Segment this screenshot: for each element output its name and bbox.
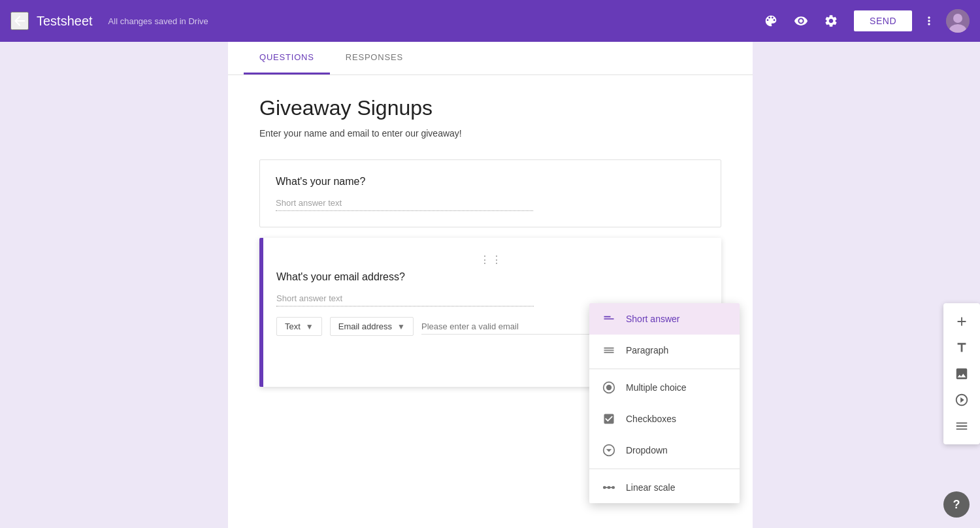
linear-scale-icon [602, 481, 615, 494]
palette-button[interactable] [759, 8, 783, 33]
question-1-placeholder: Short answer text [276, 198, 533, 211]
question-2-placeholder: Short answer text [276, 293, 534, 306]
menu-item-short-answer[interactable]: Short answer [589, 303, 740, 335]
validation-subtype-label: Email address [338, 322, 392, 331]
menu-item-linear-scale-label: Linear scale [626, 482, 676, 493]
app-header: Testsheet All changes saved in Drive SEN… [0, 0, 980, 42]
short-answer-icon [602, 312, 615, 325]
menu-item-paragraph[interactable]: Paragraph [589, 335, 740, 366]
menu-item-multiple-choice-label: Multiple choice [626, 382, 687, 393]
menu-divider-1 [589, 369, 740, 369]
question-1-label: What's your name? [276, 176, 705, 188]
multiple-choice-icon [602, 381, 615, 394]
header-actions: SEND [759, 8, 970, 33]
svg-point-1 [953, 14, 962, 23]
header-left: Testsheet All changes saved in Drive [10, 12, 759, 30]
main-area: QUESTIONS RESPONSES Giveaway Signups Ent… [0, 42, 980, 528]
menu-item-checkboxes[interactable]: Checkboxes [589, 403, 740, 435]
validation-subtype-dropdown[interactable]: Email address ▼ [330, 317, 414, 336]
menu-item-short-answer-label: Short answer [626, 314, 679, 324]
dropdown-icon [602, 444, 615, 457]
add-video-button[interactable] [949, 387, 975, 413]
form-title: Giveaway Signups [259, 96, 721, 120]
send-button[interactable]: SEND [854, 10, 912, 31]
menu-item-multiple-choice[interactable]: Multiple choice [589, 372, 740, 403]
svg-point-4 [606, 385, 612, 390]
menu-item-paragraph-label: Paragraph [626, 345, 668, 355]
menu-item-dropdown-label: Dropdown [626, 445, 668, 455]
menu-item-linear-scale[interactable]: Linear scale [589, 472, 740, 503]
tab-responses[interactable]: RESPONSES [330, 42, 419, 74]
question-card-1: What's your name? Short answer text [259, 159, 721, 227]
add-image-button[interactable] [949, 361, 975, 387]
help-button[interactable]: ? [943, 491, 970, 518]
svg-point-9 [612, 486, 615, 489]
checkboxes-icon [602, 412, 615, 425]
add-question-button[interactable] [949, 308, 975, 335]
save-status: All changes saved in Drive [108, 16, 208, 26]
menu-divider-2 [589, 469, 740, 469]
chevron-down-icon: ▼ [306, 322, 314, 331]
svg-point-7 [603, 486, 606, 489]
menu-item-checkboxes-label: Checkboxes [626, 414, 676, 424]
more-options-button[interactable] [917, 9, 941, 33]
back-button[interactable] [10, 12, 29, 30]
app-title: Testsheet [37, 14, 93, 29]
settings-button[interactable] [819, 8, 843, 33]
add-section-button[interactable] [949, 413, 975, 439]
validation-type-label: Text [285, 322, 301, 331]
question-2-label: What's your email address? [276, 271, 706, 283]
tab-questions[interactable]: QUESTIONS [244, 42, 330, 74]
tabs-bar: QUESTIONS RESPONSES [228, 42, 753, 75]
left-background [0, 42, 228, 528]
drag-handle: ⋮⋮ [276, 254, 706, 266]
add-title-button[interactable] [949, 335, 975, 361]
svg-point-8 [608, 486, 610, 489]
form-description: Enter your name and email to enter our g… [259, 128, 721, 139]
side-toolbar [943, 303, 980, 444]
question-type-dropdown-menu: Short answer Paragraph Multiple choice C… [589, 303, 740, 503]
preview-button[interactable] [789, 8, 813, 33]
chevron-down-icon: ▼ [397, 322, 405, 331]
avatar[interactable] [946, 9, 970, 33]
menu-item-dropdown[interactable]: Dropdown [589, 435, 740, 466]
validation-type-dropdown[interactable]: Text ▼ [276, 317, 322, 336]
paragraph-icon [602, 344, 615, 357]
